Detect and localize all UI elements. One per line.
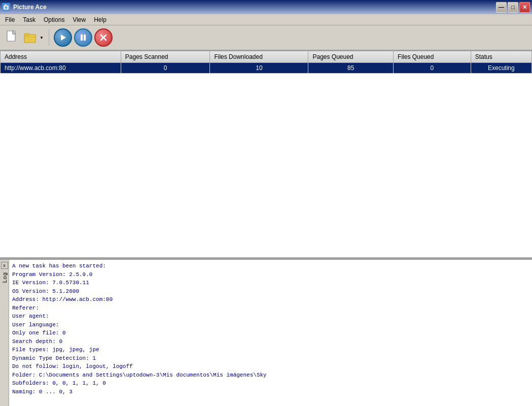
menu-bar: File Task Options View Help: [0, 14, 532, 25]
table-cell: 85: [308, 63, 394, 74]
open-icon: [22, 29, 39, 46]
table-cell: 0: [121, 63, 210, 74]
table-cell: http://www.acb.com:80: [1, 63, 121, 74]
play-icon: [59, 33, 67, 42]
col-files-downloaded: Files Downloaded: [210, 51, 308, 63]
toolbar: ▼: [0, 25, 532, 51]
log-sidebar: x Log: [0, 260, 9, 406]
log-line: Search depth: 0: [12, 337, 529, 346]
app-icon: [2, 3, 10, 11]
toolbar-separator-1: [49, 29, 50, 46]
log-label: Log: [2, 272, 8, 283]
menu-file[interactable]: File: [1, 15, 19, 24]
play-button[interactable]: [54, 28, 72, 47]
log-line: Subfolders: 0, 0, 1, 1, 1, 0: [12, 379, 529, 388]
log-line: User language:: [12, 321, 529, 329]
log-line: A new task has been started:: [12, 262, 529, 270]
title-bar-left: Picture Ace: [2, 3, 47, 11]
log-line: File types: jpg, jpeg, jpe: [12, 346, 529, 354]
col-status: Status: [471, 51, 531, 63]
log-line: Dynamic Type Detection: 1: [12, 354, 529, 363]
open-button-wrap[interactable]: ▼: [22, 29, 45, 46]
pause-icon: [79, 33, 87, 42]
open-dropdown-arrow[interactable]: ▼: [39, 29, 45, 46]
col-pages-scanned: Pages Scanned: [121, 51, 210, 63]
new-icon: [4, 29, 20, 46]
main-content: Address Pages Scanned Files Downloaded P…: [0, 51, 532, 406]
window-title: Picture Ace: [13, 4, 47, 11]
minimize-button[interactable]: —: [496, 2, 507, 13]
stop-icon: [99, 33, 108, 42]
menu-help[interactable]: Help: [90, 15, 111, 24]
svg-rect-8: [81, 35, 83, 41]
table-cell: 10: [210, 63, 308, 74]
log-line: OS Version: 5.1.2600: [12, 287, 529, 296]
col-files-queued: Files Queued: [394, 51, 471, 63]
log-line: Folder: C:\Documents and Settings\uptodo…: [12, 371, 529, 380]
table-cell: 0: [394, 63, 471, 74]
table-row[interactable]: http://www.acb.com:80010850Executing: [1, 63, 532, 74]
stop-button[interactable]: [94, 28, 113, 47]
pause-button[interactable]: [74, 28, 92, 47]
log-line: Naming: 0 ... 0, 3: [12, 388, 529, 396]
svg-point-1: [5, 7, 8, 9]
log-area: x Log A new task has been started:Progra…: [0, 259, 532, 406]
table-header-row: Address Pages Scanned Files Downloaded P…: [1, 51, 532, 63]
new-button[interactable]: [4, 29, 20, 46]
log-line: Program Version: 2.5.9.0: [12, 270, 529, 279]
log-line: User agent:: [12, 312, 529, 321]
log-line: IE Version: 7.0.5730.11: [12, 279, 529, 287]
table-cell: Executing: [471, 63, 531, 74]
log-line: Only one file: 0: [12, 329, 529, 337]
log-close-button[interactable]: x: [1, 262, 8, 269]
menu-task[interactable]: Task: [19, 15, 40, 24]
log-content: A new task has been started:Program Vers…: [9, 260, 532, 406]
log-line: Address: http://www.acb.com:80: [12, 295, 529, 304]
col-pages-queued: Pages Queued: [308, 51, 394, 63]
col-address: Address: [1, 51, 121, 63]
menu-options[interactable]: Options: [40, 15, 68, 24]
maximize-button[interactable]: □: [508, 2, 518, 13]
close-button[interactable]: ✕: [519, 2, 530, 13]
svg-rect-2: [5, 5, 7, 6]
open-button[interactable]: [22, 29, 39, 46]
title-bar: Picture Ace — □ ✕: [0, 0, 532, 14]
svg-rect-9: [84, 35, 86, 41]
log-line: Do not follow: login, logout, logoff: [12, 362, 529, 371]
menu-view[interactable]: View: [68, 15, 90, 24]
title-bar-controls: — □ ✕: [496, 2, 530, 13]
svg-marker-7: [61, 35, 66, 41]
table-area: Address Pages Scanned Files Downloaded P…: [0, 51, 532, 259]
svg-rect-6: [24, 33, 29, 36]
log-line: Referer:: [12, 304, 529, 313]
task-table: Address Pages Scanned Files Downloaded P…: [0, 51, 532, 74]
